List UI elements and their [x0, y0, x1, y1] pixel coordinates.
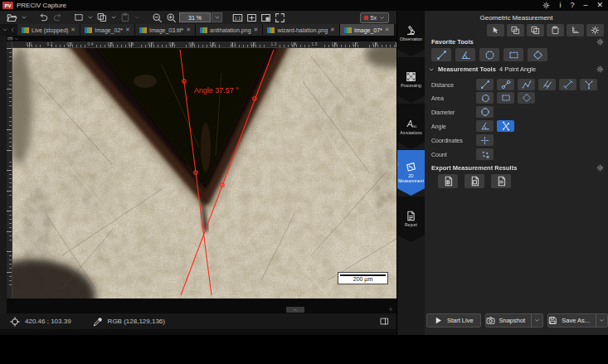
collapse-panel-button[interactable] — [286, 307, 304, 313]
snapshot-button[interactable]: Snapshot — [485, 313, 544, 328]
area-polygon-tool[interactable] — [476, 92, 494, 104]
open-file-chevron-icon[interactable] — [19, 12, 29, 23]
undo-button[interactable] — [37, 12, 51, 23]
count-tool[interactable] — [476, 148, 494, 160]
overview-window-button[interactable] — [259, 12, 273, 23]
distance-parallel-tool[interactable] — [538, 79, 556, 90]
measure-options-button[interactable] — [586, 24, 604, 36]
tab-image-07[interactable]: Image_07*✕ — [340, 24, 395, 36]
measure-corner-button[interactable] — [567, 24, 584, 36]
zoom-in-button[interactable] — [164, 12, 178, 23]
tab-live[interactable]: Live (stopped)✕ — [17, 24, 80, 36]
tab-scroll-left-icon[interactable] — [9, 27, 16, 33]
nav-processing[interactable]: Processing — [397, 57, 425, 103]
side-panel-toggle-icon[interactable] — [379, 317, 390, 326]
favorite-rectangle-tool[interactable] — [503, 48, 523, 61]
export-csv-button[interactable] — [465, 174, 484, 188]
zoom-percent-chevron-icon[interactable] — [212, 12, 222, 22]
select-chevron-icon[interactable] — [85, 12, 95, 23]
tab-close-icon[interactable]: ✕ — [330, 27, 335, 33]
minimize-button[interactable]: – — [583, 2, 587, 9]
help-button[interactable]: ? — [570, 2, 574, 9]
save-as-button[interactable]: Save As... — [547, 313, 608, 328]
copy-chevron-icon[interactable] — [109, 12, 119, 23]
objective-selector[interactable]: 5x — [360, 12, 389, 23]
nav-2d-measurement[interactable]: 2D Measurement — [397, 150, 425, 196]
tab-close-icon[interactable]: ✕ — [186, 27, 191, 33]
diameter-tools-row: Diameter — [431, 106, 604, 118]
angle-3point-tool[interactable] — [476, 120, 494, 132]
measurement-tools-settings-icon[interactable] — [596, 66, 604, 73]
objective-value: 5x — [371, 15, 377, 21]
export-settings-icon[interactable] — [596, 164, 604, 172]
ruler-options-chevron-icon[interactable] — [14, 36, 19, 41]
area-rectangle-tool[interactable] — [497, 92, 514, 104]
measure-copy-button[interactable] — [507, 24, 524, 36]
tab-close-icon[interactable]: ✕ — [71, 27, 75, 33]
area-diamond-tool[interactable] — [518, 92, 535, 104]
tab-image-03[interactable]: Image_03.tif*✕ — [135, 24, 196, 36]
measure-edit-button[interactable] — [527, 24, 544, 36]
annotations-icon — [406, 118, 417, 129]
count-tools-row: Count — [431, 148, 604, 160]
distance-branch-tool[interactable] — [580, 79, 597, 90]
document-tab-bar: Live (stopped)✕ Image_02*✕ Image_03.tif*… — [0, 24, 396, 36]
favorite-tools-settings-icon[interactable] — [596, 38, 604, 46]
workflow-nav: Observation Processing Annotations 2D Me… — [397, 11, 425, 335]
copy-button[interactable] — [95, 12, 109, 23]
tab-wizard-halation[interactable]: wizard-halation.png✕ — [263, 24, 340, 36]
angle-4point-tool[interactable] — [497, 120, 514, 132]
nav-report[interactable]: Report — [397, 197, 425, 242]
report-icon — [406, 211, 416, 221]
snapshot-chevron-icon[interactable] — [531, 314, 542, 327]
favorite-diamond-tool[interactable] — [528, 48, 547, 61]
nav-observation[interactable]: Observation — [397, 11, 425, 56]
favorite-angle-tool[interactable] — [455, 48, 475, 61]
select-region-button[interactable] — [72, 12, 85, 23]
export-excel-button[interactable] — [438, 174, 458, 188]
favorite-line-tool[interactable] — [431, 48, 451, 61]
measurement-tools-collapse-icon[interactable] — [428, 66, 435, 73]
diameter-circle-tool[interactable] — [476, 106, 494, 118]
fit-to-window-button[interactable] — [245, 12, 259, 23]
distance-line-tool[interactable] — [476, 79, 494, 90]
distance-point-point-tool[interactable] — [497, 79, 514, 90]
tab-close-icon[interactable]: ✕ — [254, 27, 259, 33]
save-as-chevron-icon[interactable] — [596, 314, 607, 327]
tab-image-02[interactable]: Image_02*✕ — [80, 24, 135, 36]
eyedropper-icon — [93, 317, 103, 327]
save-icon — [548, 316, 557, 325]
open-file-button[interactable] — [5, 12, 19, 23]
zoom-percent-input[interactable]: 31 % — [179, 12, 211, 22]
title-bar: PV PRECiV Capture i ? – ✕ — [0, 0, 608, 11]
viewport-corner-icon[interactable] — [388, 307, 393, 312]
start-live-button[interactable]: Start Live — [426, 313, 481, 328]
fullscreen-button[interactable] — [273, 12, 287, 23]
tab-antihalation[interactable]: antihalation.png✕ — [196, 24, 263, 36]
favorite-ellipse-tool[interactable] — [479, 48, 499, 61]
zoom-out-button[interactable] — [150, 12, 164, 23]
favorite-tools-label: Favorite Tools — [431, 38, 474, 46]
close-button[interactable]: ✕ — [596, 2, 603, 9]
ruler-options-icon[interactable] — [7, 36, 13, 41]
tab-list-chevron-icon[interactable] — [2, 27, 8, 33]
actual-size-button[interactable] — [231, 12, 245, 23]
redo-button[interactable] — [51, 12, 64, 23]
favorite-tools-row — [431, 48, 547, 61]
paste-button[interactable] — [119, 12, 132, 23]
distance-perpendicular-tool[interactable] — [559, 79, 576, 90]
panel-collapse-arrow-icon[interactable] — [395, 160, 401, 168]
settings-gear-icon[interactable] — [542, 2, 550, 9]
coordinates-point-tool[interactable] — [476, 134, 494, 146]
tab-close-icon[interactable]: ✕ — [125, 27, 130, 33]
specimen-image[interactable]: Angle 37.57 ° 200 µm — [12, 48, 396, 298]
info-button[interactable]: i — [559, 2, 561, 9]
nav-annotations[interactable]: Annotations — [397, 104, 425, 149]
paste-chevron-icon[interactable] — [132, 12, 142, 23]
export-file-button[interactable] — [491, 174, 511, 188]
distance-polyline-tool[interactable] — [518, 79, 535, 90]
2d-measurement-icon — [406, 162, 416, 172]
measure-delete-button[interactable] — [547, 24, 564, 36]
measure-select-button[interactable] — [487, 24, 504, 36]
tab-close-icon[interactable]: ✕ — [385, 27, 390, 33]
